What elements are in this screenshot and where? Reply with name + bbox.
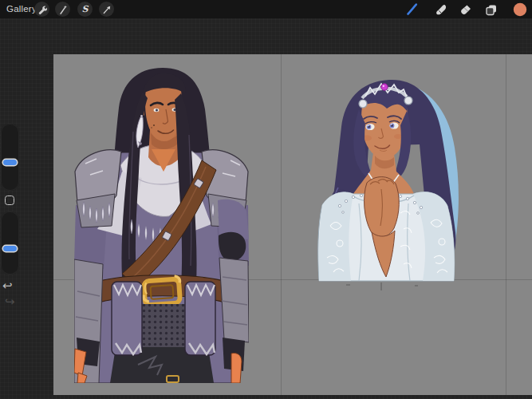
color-button[interactable]	[512, 2, 527, 17]
eraser-tool-button[interactable]	[458, 2, 473, 17]
sidebar-controls: ↩ ↪	[0, 120, 22, 315]
brush-icon	[405, 2, 419, 16]
gallery-button[interactable]: Gallery	[6, 0, 37, 18]
actions-button[interactable]	[34, 2, 49, 17]
brush-size-slider-handle[interactable]	[3, 160, 17, 165]
sketch-marks	[346, 282, 418, 290]
modify-button[interactable]	[5, 196, 14, 205]
color-swatch	[513, 2, 527, 17]
undo-button[interactable]: ↩	[2, 279, 13, 291]
selection-s-icon: S	[82, 5, 89, 14]
layers-button[interactable]	[483, 2, 499, 17]
bride-artwork	[317, 76, 469, 293]
paint-tool-button[interactable]	[404, 2, 420, 17]
transform-arrow-icon	[102, 5, 112, 14]
wrench-icon	[37, 5, 47, 14]
vertical-guide-line	[281, 54, 282, 395]
adjustments-button[interactable]	[55, 2, 70, 17]
drawing-canvas[interactable]	[53, 54, 532, 395]
redo-button[interactable]: ↪	[5, 295, 15, 307]
top-toolbar: Gallery S	[0, 0, 532, 18]
transform-button[interactable]	[99, 2, 114, 17]
opacity-slider[interactable]	[1, 211, 19, 275]
magic-wand-icon	[58, 5, 68, 14]
smudge-tool-button[interactable]	[433, 2, 448, 17]
procreate-workspace: Gallery S	[0, 0, 532, 399]
layers-icon	[485, 3, 498, 16]
selection-button[interactable]: S	[77, 2, 93, 17]
smudge-icon	[435, 3, 447, 16]
brush-size-slider[interactable]	[1, 124, 19, 191]
vertical-guide-line	[506, 54, 506, 395]
opacity-slider-handle[interactable]	[3, 246, 17, 251]
armored-man-artwork	[74, 68, 249, 383]
eraser-icon	[459, 3, 472, 16]
